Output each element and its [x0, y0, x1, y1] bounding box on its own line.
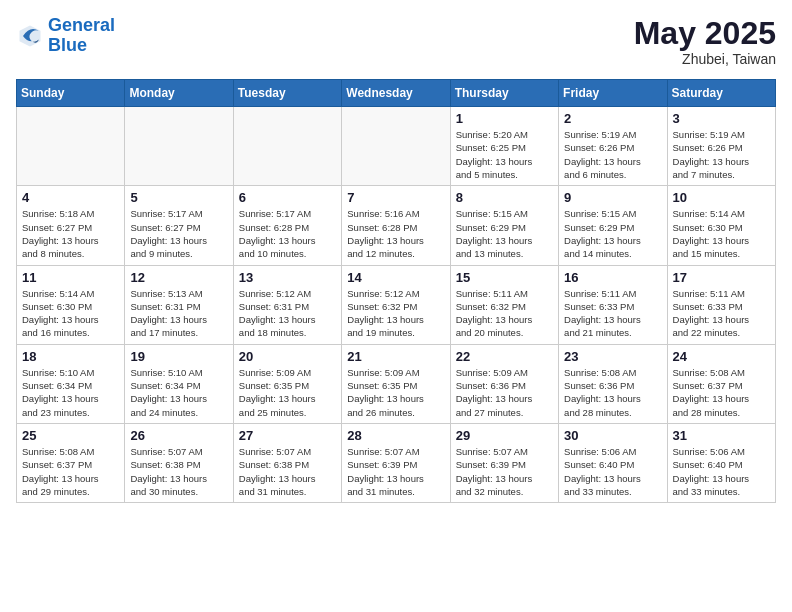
- day-info: Sunrise: 5:08 AM Sunset: 6:37 PM Dayligh…: [22, 445, 119, 498]
- calendar-day: 27Sunrise: 5:07 AM Sunset: 6:38 PM Dayli…: [233, 423, 341, 502]
- day-number: 9: [564, 190, 661, 205]
- day-number: 26: [130, 428, 227, 443]
- day-number: 29: [456, 428, 553, 443]
- calendar-day: 9Sunrise: 5:15 AM Sunset: 6:29 PM Daylig…: [559, 186, 667, 265]
- day-info: Sunrise: 5:15 AM Sunset: 6:29 PM Dayligh…: [456, 207, 553, 260]
- calendar-table: SundayMondayTuesdayWednesdayThursdayFrid…: [16, 79, 776, 503]
- page-header: General Blue May 2025 Zhubei, Taiwan: [16, 16, 776, 67]
- header-friday: Friday: [559, 80, 667, 107]
- calendar-week-1: 1Sunrise: 5:20 AM Sunset: 6:25 PM Daylig…: [17, 107, 776, 186]
- calendar-day: 20Sunrise: 5:09 AM Sunset: 6:35 PM Dayli…: [233, 344, 341, 423]
- day-number: 7: [347, 190, 444, 205]
- day-number: 1: [456, 111, 553, 126]
- calendar-day: 6Sunrise: 5:17 AM Sunset: 6:28 PM Daylig…: [233, 186, 341, 265]
- day-info: Sunrise: 5:09 AM Sunset: 6:35 PM Dayligh…: [239, 366, 336, 419]
- day-number: 12: [130, 270, 227, 285]
- calendar-day: 30Sunrise: 5:06 AM Sunset: 6:40 PM Dayli…: [559, 423, 667, 502]
- day-info: Sunrise: 5:11 AM Sunset: 6:33 PM Dayligh…: [673, 287, 770, 340]
- calendar-day: 8Sunrise: 5:15 AM Sunset: 6:29 PM Daylig…: [450, 186, 558, 265]
- day-info: Sunrise: 5:10 AM Sunset: 6:34 PM Dayligh…: [22, 366, 119, 419]
- day-number: 13: [239, 270, 336, 285]
- calendar-day: [17, 107, 125, 186]
- day-info: Sunrise: 5:09 AM Sunset: 6:36 PM Dayligh…: [456, 366, 553, 419]
- calendar-day: 7Sunrise: 5:16 AM Sunset: 6:28 PM Daylig…: [342, 186, 450, 265]
- logo-text: General Blue: [48, 16, 115, 56]
- logo: General Blue: [16, 16, 115, 56]
- day-info: Sunrise: 5:07 AM Sunset: 6:38 PM Dayligh…: [239, 445, 336, 498]
- logo-icon: [16, 22, 44, 50]
- title-area: May 2025 Zhubei, Taiwan: [634, 16, 776, 67]
- calendar-day: 12Sunrise: 5:13 AM Sunset: 6:31 PM Dayli…: [125, 265, 233, 344]
- day-number: 23: [564, 349, 661, 364]
- day-number: 11: [22, 270, 119, 285]
- day-info: Sunrise: 5:07 AM Sunset: 6:38 PM Dayligh…: [130, 445, 227, 498]
- location-subtitle: Zhubei, Taiwan: [634, 51, 776, 67]
- calendar-week-5: 25Sunrise: 5:08 AM Sunset: 6:37 PM Dayli…: [17, 423, 776, 502]
- calendar-day: 16Sunrise: 5:11 AM Sunset: 6:33 PM Dayli…: [559, 265, 667, 344]
- day-info: Sunrise: 5:15 AM Sunset: 6:29 PM Dayligh…: [564, 207, 661, 260]
- month-title: May 2025: [634, 16, 776, 51]
- day-number: 17: [673, 270, 770, 285]
- day-info: Sunrise: 5:19 AM Sunset: 6:26 PM Dayligh…: [564, 128, 661, 181]
- calendar-day: 22Sunrise: 5:09 AM Sunset: 6:36 PM Dayli…: [450, 344, 558, 423]
- day-info: Sunrise: 5:17 AM Sunset: 6:28 PM Dayligh…: [239, 207, 336, 260]
- day-number: 21: [347, 349, 444, 364]
- calendar-day: 21Sunrise: 5:09 AM Sunset: 6:35 PM Dayli…: [342, 344, 450, 423]
- calendar-day: 2Sunrise: 5:19 AM Sunset: 6:26 PM Daylig…: [559, 107, 667, 186]
- calendar-day: 24Sunrise: 5:08 AM Sunset: 6:37 PM Dayli…: [667, 344, 775, 423]
- day-number: 20: [239, 349, 336, 364]
- day-info: Sunrise: 5:08 AM Sunset: 6:36 PM Dayligh…: [564, 366, 661, 419]
- day-number: 5: [130, 190, 227, 205]
- calendar-day: 4Sunrise: 5:18 AM Sunset: 6:27 PM Daylig…: [17, 186, 125, 265]
- day-number: 6: [239, 190, 336, 205]
- day-number: 22: [456, 349, 553, 364]
- day-info: Sunrise: 5:14 AM Sunset: 6:30 PM Dayligh…: [22, 287, 119, 340]
- day-info: Sunrise: 5:07 AM Sunset: 6:39 PM Dayligh…: [456, 445, 553, 498]
- day-number: 4: [22, 190, 119, 205]
- calendar-header-row: SundayMondayTuesdayWednesdayThursdayFrid…: [17, 80, 776, 107]
- header-tuesday: Tuesday: [233, 80, 341, 107]
- calendar-day: 31Sunrise: 5:06 AM Sunset: 6:40 PM Dayli…: [667, 423, 775, 502]
- day-info: Sunrise: 5:13 AM Sunset: 6:31 PM Dayligh…: [130, 287, 227, 340]
- day-number: 24: [673, 349, 770, 364]
- header-saturday: Saturday: [667, 80, 775, 107]
- calendar-day: 3Sunrise: 5:19 AM Sunset: 6:26 PM Daylig…: [667, 107, 775, 186]
- day-info: Sunrise: 5:14 AM Sunset: 6:30 PM Dayligh…: [673, 207, 770, 260]
- day-info: Sunrise: 5:18 AM Sunset: 6:27 PM Dayligh…: [22, 207, 119, 260]
- calendar-day: 5Sunrise: 5:17 AM Sunset: 6:27 PM Daylig…: [125, 186, 233, 265]
- calendar-day: 23Sunrise: 5:08 AM Sunset: 6:36 PM Dayli…: [559, 344, 667, 423]
- svg-marker-0: [20, 25, 41, 46]
- day-number: 14: [347, 270, 444, 285]
- day-info: Sunrise: 5:12 AM Sunset: 6:31 PM Dayligh…: [239, 287, 336, 340]
- header-monday: Monday: [125, 80, 233, 107]
- day-number: 27: [239, 428, 336, 443]
- header-sunday: Sunday: [17, 80, 125, 107]
- calendar-day: 15Sunrise: 5:11 AM Sunset: 6:32 PM Dayli…: [450, 265, 558, 344]
- day-info: Sunrise: 5:11 AM Sunset: 6:32 PM Dayligh…: [456, 287, 553, 340]
- day-number: 2: [564, 111, 661, 126]
- day-number: 18: [22, 349, 119, 364]
- calendar-day: 10Sunrise: 5:14 AM Sunset: 6:30 PM Dayli…: [667, 186, 775, 265]
- day-info: Sunrise: 5:10 AM Sunset: 6:34 PM Dayligh…: [130, 366, 227, 419]
- day-info: Sunrise: 5:09 AM Sunset: 6:35 PM Dayligh…: [347, 366, 444, 419]
- day-number: 8: [456, 190, 553, 205]
- calendar-day: 17Sunrise: 5:11 AM Sunset: 6:33 PM Dayli…: [667, 265, 775, 344]
- calendar-day: [233, 107, 341, 186]
- calendar-week-4: 18Sunrise: 5:10 AM Sunset: 6:34 PM Dayli…: [17, 344, 776, 423]
- day-number: 3: [673, 111, 770, 126]
- day-number: 30: [564, 428, 661, 443]
- day-info: Sunrise: 5:17 AM Sunset: 6:27 PM Dayligh…: [130, 207, 227, 260]
- calendar-day: 11Sunrise: 5:14 AM Sunset: 6:30 PM Dayli…: [17, 265, 125, 344]
- day-info: Sunrise: 5:12 AM Sunset: 6:32 PM Dayligh…: [347, 287, 444, 340]
- day-number: 10: [673, 190, 770, 205]
- day-info: Sunrise: 5:07 AM Sunset: 6:39 PM Dayligh…: [347, 445, 444, 498]
- calendar-day: 1Sunrise: 5:20 AM Sunset: 6:25 PM Daylig…: [450, 107, 558, 186]
- day-number: 28: [347, 428, 444, 443]
- day-number: 16: [564, 270, 661, 285]
- calendar-day: 25Sunrise: 5:08 AM Sunset: 6:37 PM Dayli…: [17, 423, 125, 502]
- calendar-day: 29Sunrise: 5:07 AM Sunset: 6:39 PM Dayli…: [450, 423, 558, 502]
- day-info: Sunrise: 5:20 AM Sunset: 6:25 PM Dayligh…: [456, 128, 553, 181]
- day-info: Sunrise: 5:11 AM Sunset: 6:33 PM Dayligh…: [564, 287, 661, 340]
- calendar-week-2: 4Sunrise: 5:18 AM Sunset: 6:27 PM Daylig…: [17, 186, 776, 265]
- calendar-day: 19Sunrise: 5:10 AM Sunset: 6:34 PM Dayli…: [125, 344, 233, 423]
